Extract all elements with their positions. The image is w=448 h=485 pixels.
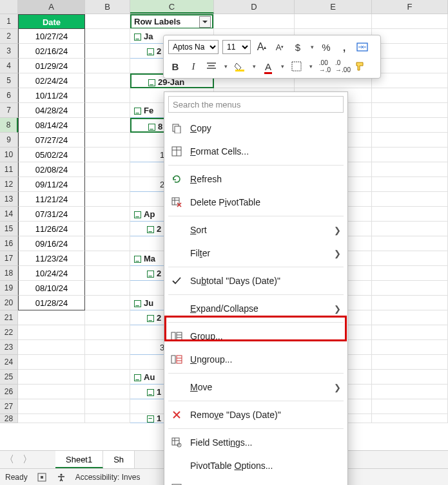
ctx-ungroup[interactable]: Ungroup... <box>164 348 347 371</box>
font-color-icon[interactable]: A <box>261 59 275 73</box>
cell[interactable] <box>372 222 448 236</box>
chevron-down-icon[interactable]: ▾ <box>222 59 229 73</box>
cell[interactable] <box>85 414 130 423</box>
cell-A1-header[interactable]: Date <box>18 14 85 29</box>
cell-date[interactable]: 09/16/24 <box>18 236 85 251</box>
cell-date[interactable]: 02/08/24 <box>18 162 85 177</box>
select-all-corner[interactable] <box>0 0 18 14</box>
cell[interactable] <box>85 340 130 355</box>
cell-date[interactable]: 08/10/24 <box>18 281 85 296</box>
row-header[interactable]: 27 <box>0 399 18 414</box>
collapse-icon[interactable] <box>147 48 154 55</box>
cell[interactable] <box>85 29 130 44</box>
chevron-down-icon[interactable]: ▾ <box>251 59 257 73</box>
cell[interactable] <box>85 147 130 162</box>
cell[interactable] <box>372 310 448 325</box>
ctx-group[interactable]: Group... <box>164 325 347 348</box>
ctx-copy[interactable]: Copy <box>164 117 347 140</box>
cell[interactable] <box>85 59 130 73</box>
context-search-input[interactable]: Search the menus <box>168 96 344 113</box>
collapse-icon[interactable] <box>134 211 141 218</box>
cell[interactable] <box>372 370 448 385</box>
collapse-icon[interactable] <box>147 415 154 423</box>
row-header[interactable]: 11 <box>0 162 18 177</box>
borders-icon[interactable] <box>289 59 304 73</box>
cell[interactable] <box>85 385 130 399</box>
cell-date[interactable]: 08/14/24 <box>18 118 85 133</box>
row-header[interactable]: 2 <box>0 29 18 44</box>
cell-date[interactable]: 10/24/24 <box>18 266 85 281</box>
cell[interactable] <box>85 177 130 192</box>
cell[interactable] <box>372 73 448 88</box>
row-header[interactable]: 12 <box>0 177 18 192</box>
cell[interactable] <box>372 355 448 370</box>
cell[interactable] <box>85 73 130 88</box>
cell[interactable] <box>85 192 130 207</box>
collapse-icon[interactable] <box>147 271 154 278</box>
cell[interactable] <box>372 399 448 414</box>
collapse-icon[interactable] <box>147 315 154 322</box>
collapse-icon[interactable] <box>134 33 141 41</box>
collapse-icon[interactable] <box>134 256 141 263</box>
cell[interactable] <box>372 133 448 147</box>
cell-date[interactable]: 04/28/24 <box>18 103 85 118</box>
sheet-tab-sheet1[interactable]: Sheet1 <box>55 451 103 468</box>
cell[interactable] <box>85 296 130 310</box>
collapse-icon[interactable] <box>134 300 141 307</box>
cell[interactable] <box>18 325 85 340</box>
increase-font-icon[interactable]: A▴ <box>255 40 269 54</box>
cell[interactable] <box>372 147 448 162</box>
sheet-tab-next[interactable]: Sh <box>103 451 135 468</box>
merge-center-icon[interactable] <box>355 40 369 54</box>
cell[interactable] <box>85 118 130 133</box>
row-header[interactable]: 5 <box>0 73 18 88</box>
row-header[interactable]: 20 <box>0 296 18 310</box>
row-header[interactable]: 7 <box>0 103 18 118</box>
cell[interactable] <box>85 44 130 59</box>
cell[interactable] <box>372 29 448 44</box>
row-header[interactable]: 18 <box>0 266 18 281</box>
ctx-refresh[interactable]: Refresh <box>164 167 347 191</box>
cell[interactable] <box>18 399 85 414</box>
percent-format-icon[interactable]: % <box>319 40 333 54</box>
status-accessibility[interactable]: Accessibility: Inves <box>75 473 141 482</box>
cell[interactable] <box>85 162 130 177</box>
row-header[interactable]: 21 <box>0 310 18 325</box>
sheet-nav-prev[interactable]: 〈 <box>0 453 18 466</box>
italic-icon[interactable]: I <box>186 59 200 73</box>
ctx-format-cells[interactable]: Format Cells... <box>164 140 347 163</box>
cell-date[interactable]: 11/21/24 <box>18 192 85 207</box>
row-header[interactable]: 9 <box>0 133 18 147</box>
cell[interactable] <box>18 385 85 399</box>
cell[interactable] <box>372 59 448 73</box>
row-header[interactable]: 13 <box>0 192 18 207</box>
ctx-pivottable-options[interactable]: PivotTable Options... <box>164 454 347 477</box>
cell[interactable] <box>372 385 448 399</box>
cell-date[interactable]: 07/27/24 <box>18 133 85 147</box>
col-header-E[interactable]: E <box>295 0 372 14</box>
col-header-B[interactable]: B <box>85 0 130 14</box>
collapse-icon[interactable] <box>148 79 155 86</box>
accounting-format-icon[interactable]: $ <box>291 40 305 54</box>
decrease-decimal-icon[interactable]: .0→.00 <box>336 59 350 73</box>
col-header-F[interactable]: F <box>372 0 448 14</box>
cell[interactable] <box>372 251 448 266</box>
cell[interactable] <box>372 88 448 103</box>
chevron-down-icon[interactable]: ▾ <box>309 40 315 54</box>
cell-date[interactable]: 01/29/24 <box>18 59 85 73</box>
cell[interactable] <box>372 44 448 59</box>
ctx-move[interactable]: Move ❯ <box>164 376 347 399</box>
cell-date[interactable]: 01/28/24 <box>18 296 85 310</box>
ctx-sort[interactable]: Sort ❯ <box>164 218 347 242</box>
fill-color-icon[interactable] <box>233 59 247 73</box>
row-header[interactable]: 26 <box>0 385 18 399</box>
cell[interactable] <box>372 296 448 310</box>
decrease-font-icon[interactable]: A▾ <box>273 40 287 54</box>
cell[interactable] <box>372 281 448 296</box>
font-size-select[interactable]: 11 <box>222 40 251 54</box>
font-family-select[interactable]: Aptos Na <box>168 40 219 54</box>
collapse-icon[interactable] <box>147 226 154 233</box>
cell[interactable] <box>85 133 130 147</box>
cell[interactable] <box>85 207 130 222</box>
row-header[interactable]: 1 <box>0 14 18 29</box>
